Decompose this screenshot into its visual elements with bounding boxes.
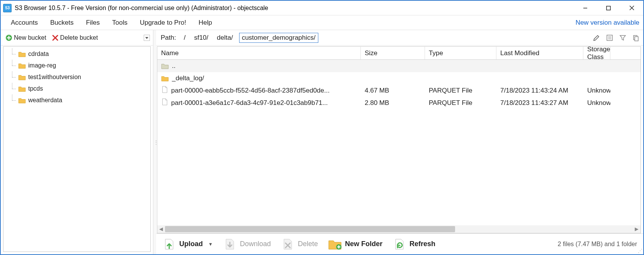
- bucket-item[interactable]: tpcds: [3, 83, 150, 95]
- folder-icon: [18, 62, 26, 69]
- row-storage: Unknown: [583, 99, 610, 107]
- path-segment[interactable]: delta/: [214, 33, 235, 42]
- bucket-item[interactable]: test1withoutversion: [3, 71, 150, 83]
- upload-icon: [162, 237, 176, 251]
- copy-button[interactable]: [632, 34, 640, 42]
- maximize-icon: [606, 6, 611, 10]
- bucket-toolbar-overflow[interactable]: [144, 35, 150, 41]
- folder-icon: [18, 51, 26, 57]
- download-button[interactable]: Download: [220, 236, 274, 253]
- bucket-tree[interactable]: cdrdata image-reg test1withoutversion tp…: [3, 46, 151, 252]
- row-modified: 7/18/2023 11:43:24 AM: [496, 87, 583, 95]
- new-folder-icon: [328, 237, 342, 251]
- close-button[interactable]: [620, 1, 643, 15]
- menu-buckets[interactable]: Buckets: [44, 15, 80, 30]
- menu-tools[interactable]: Tools: [106, 15, 134, 30]
- path-current[interactable]: customer_demographics/: [239, 33, 318, 43]
- resize-grip[interactable]: ⋰: [638, 248, 642, 253]
- main-content: New bucket Delete bucket cdrdata image-r…: [1, 30, 643, 254]
- file-row[interactable]: part-00000-eabb5ccb-f552-4d56-8acf-2387d…: [157, 84, 641, 97]
- maximize-button[interactable]: [597, 1, 620, 15]
- file-list[interactable]: Name Size Type Last Modified Storage Cla…: [157, 47, 641, 225]
- caret-down-icon: ▼: [208, 241, 213, 247]
- file-list-container: Name Size Type Last Modified Storage Cla…: [157, 46, 641, 233]
- scroll-thumb[interactable]: [165, 226, 455, 232]
- file-list-rows: .. _delta_log/: [157, 60, 641, 109]
- new-version-link[interactable]: New version available: [576, 19, 639, 27]
- new-folder-button[interactable]: New Folder: [325, 236, 386, 253]
- menu-upgrade[interactable]: Upgrade to Pro!: [134, 15, 192, 30]
- scroll-right[interactable]: ►: [633, 225, 641, 233]
- download-icon: [223, 237, 237, 251]
- edit-path-button[interactable]: [592, 34, 601, 42]
- bottom-toolbar: Upload▼ Download Delete New Folder Refre…: [156, 233, 643, 254]
- copy-icon: [632, 34, 639, 41]
- scroll-track[interactable]: [165, 225, 633, 233]
- headers-button[interactable]: [605, 34, 614, 42]
- app-window: S3 S3 Browser 10.5.7 - Free Version (for…: [0, 0, 644, 255]
- new-bucket-label: New bucket: [14, 34, 46, 41]
- delete-bucket-button[interactable]: Delete bucket: [50, 34, 100, 42]
- file-icon: [161, 98, 168, 108]
- page-icon: [606, 34, 613, 41]
- bucket-label: tpcds: [28, 85, 43, 92]
- path-bar: Path: / sf10/ delta/ customer_demographi…: [156, 30, 643, 46]
- bucket-toolbar: New bucket Delete bucket: [1, 30, 153, 46]
- row-name: part-00001-a3e6a1c7-6da3-4c97-91e2-01c3a…: [171, 99, 328, 107]
- bucket-item[interactable]: cdrdata: [3, 48, 150, 60]
- refresh-icon: [393, 237, 406, 251]
- row-size: 2.80 MB: [361, 99, 425, 107]
- refresh-button[interactable]: Refresh: [389, 236, 438, 253]
- plus-icon: [5, 34, 12, 41]
- row-storage: Unknown: [583, 87, 610, 95]
- bucket-label: cdrdata: [28, 51, 49, 57]
- delete-bucket-label: Delete bucket: [60, 34, 98, 41]
- delete-button[interactable]: Delete: [278, 236, 321, 253]
- delete-icon: [281, 237, 295, 251]
- status-text: 2 files (7.47 MB) and 1 folder: [558, 241, 640, 248]
- col-type[interactable]: Type: [425, 47, 496, 59]
- row-type: PARQUET File: [425, 99, 496, 107]
- splitter[interactable]: [153, 30, 156, 254]
- path-root[interactable]: /: [182, 33, 188, 42]
- menu-help[interactable]: Help: [192, 15, 218, 30]
- x-icon: [52, 34, 59, 41]
- funnel-icon: [619, 34, 626, 41]
- row-name: part-00000-eabb5ccb-f552-4d56-8acf-2387d…: [171, 87, 330, 95]
- new-bucket-button[interactable]: New bucket: [4, 34, 48, 42]
- svg-rect-1: [607, 6, 610, 10]
- new-folder-label: New Folder: [345, 240, 382, 248]
- upload-label: Upload: [179, 240, 203, 248]
- filter-button[interactable]: [619, 34, 627, 42]
- folder-icon: [18, 74, 26, 80]
- svg-rect-14: [635, 37, 638, 41]
- folder-row[interactable]: _delta_log/: [157, 72, 641, 84]
- file-icon: [161, 86, 168, 95]
- row-type: PARQUET File: [425, 87, 496, 95]
- menu-accounts[interactable]: Accounts: [5, 15, 44, 30]
- col-size[interactable]: Size: [361, 47, 425, 59]
- bucket-label: test1withoutversion: [28, 74, 81, 81]
- col-storage[interactable]: Storage Class: [583, 47, 610, 59]
- menu-files[interactable]: Files: [80, 15, 106, 30]
- folder-icon: [18, 97, 26, 103]
- row-modified: 7/18/2023 11:43:27 AM: [496, 99, 583, 107]
- parent-dir-row[interactable]: ..: [157, 60, 641, 72]
- folder-icon: [18, 86, 26, 92]
- file-row[interactable]: part-00001-a3e6a1c7-6da3-4c97-91e2-01c3a…: [157, 97, 641, 109]
- app-icon: S3: [3, 4, 12, 12]
- bucket-item[interactable]: weatherdata: [3, 95, 150, 106]
- pencil-icon: [593, 34, 600, 41]
- upload-button[interactable]: Upload▼: [159, 236, 216, 253]
- path-segment[interactable]: sf10/: [192, 33, 211, 42]
- close-icon: [629, 5, 634, 10]
- bucket-pane: New bucket Delete bucket cdrdata image-r…: [1, 30, 153, 254]
- scroll-left[interactable]: ◄: [157, 225, 165, 233]
- col-name[interactable]: Name: [157, 47, 361, 59]
- col-modified[interactable]: Last Modified: [496, 47, 583, 59]
- file-list-header: Name Size Type Last Modified Storage Cla…: [157, 47, 641, 60]
- delete-label: Delete: [298, 240, 318, 248]
- bucket-item[interactable]: image-reg: [3, 60, 150, 71]
- hscrollbar[interactable]: ◄ ►: [157, 225, 641, 233]
- minimize-button[interactable]: [574, 1, 597, 15]
